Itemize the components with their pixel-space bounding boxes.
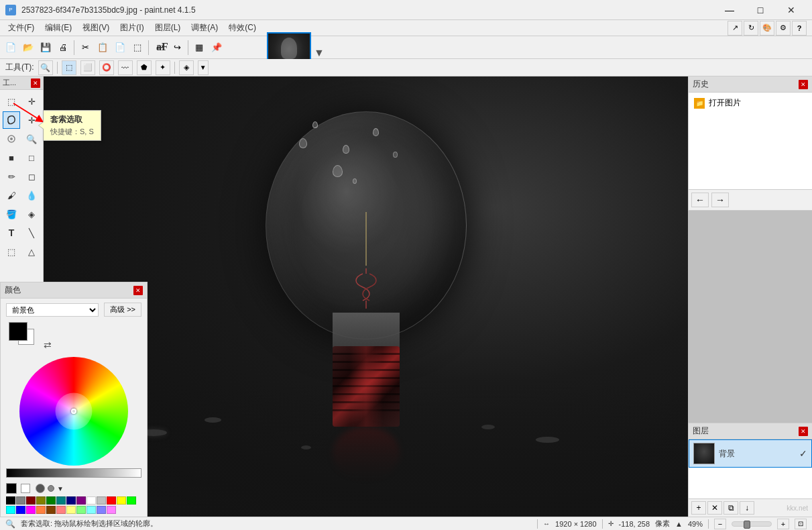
- palette-olive[interactable]: [36, 496, 46, 505]
- tool-rotate-icon[interactable]: ↻: [744, 21, 758, 36]
- color-panel-close[interactable]: ✕: [133, 286, 143, 295]
- tb-grid[interactable]: ▦: [191, 40, 207, 56]
- color-indicator-dot[interactable]: [48, 485, 54, 492]
- layer-merge-btn[interactable]: ↓: [740, 501, 754, 515]
- palette-brown[interactable]: [46, 506, 56, 514]
- layer-visibility-checkbox[interactable]: ✓: [799, 448, 807, 459]
- palette-cyan[interactable]: [6, 506, 15, 514]
- sel-mode-free[interactable]: 〰: [118, 60, 133, 75]
- palette-orange[interactable]: [36, 506, 46, 514]
- tb-paste[interactable]: 📄: [112, 40, 128, 56]
- history-item[interactable]: 📁 打开图片: [691, 95, 809, 111]
- sel-mode-rect[interactable]: ⬚: [62, 60, 76, 75]
- layers-close[interactable]: ✕: [799, 427, 808, 436]
- close-button[interactable]: ✕: [776, 0, 807, 20]
- advanced-button[interactable]: 高级 >>: [104, 303, 141, 317]
- tool-line[interactable]: ╲: [23, 224, 40, 242]
- tb-pin[interactable]: 📌: [209, 40, 225, 56]
- status-fit-btn[interactable]: ⊡: [795, 519, 807, 529]
- tool-color-icon[interactable]: 🎨: [760, 21, 774, 36]
- tool-help-icon[interactable]: ?: [792, 21, 807, 36]
- palette-darkred[interactable]: [26, 496, 36, 505]
- palette-blue[interactable]: [16, 506, 25, 514]
- tool-search-btn[interactable]: 🔍: [38, 60, 53, 75]
- palette-magenta[interactable]: [26, 506, 36, 514]
- palette-dgreen[interactable]: [46, 496, 56, 505]
- transparency-dot[interactable]: [36, 484, 45, 493]
- layer-item[interactable]: 背景 ✓: [689, 439, 812, 468]
- menu-file[interactable]: 文件(F): [3, 21, 40, 35]
- tb-cut[interactable]: ✂: [77, 40, 93, 56]
- palette-green[interactable]: [127, 496, 136, 505]
- tool-pencil[interactable]: ✏: [3, 168, 20, 185]
- tool-paintbrush[interactable]: 🖌: [3, 187, 20, 204]
- sel-mode-dropdown[interactable]: ▼: [198, 60, 209, 75]
- tool-lasso[interactable]: [3, 111, 20, 129]
- palette-lblue[interactable]: [97, 506, 106, 514]
- sel-mode-extra[interactable]: ◈: [179, 60, 194, 75]
- fg-bg-dropdown[interactable]: 前景色: [6, 303, 99, 317]
- bg-mini-swatch[interactable]: [21, 484, 30, 493]
- tool-shape-rect[interactable]: ⬚: [3, 243, 20, 260]
- palette-lyellow[interactable]: [66, 506, 76, 514]
- tb-new[interactable]: 📄: [3, 40, 19, 56]
- palette-white[interactable]: [86, 496, 96, 505]
- color-dropdown[interactable]: ▼: [57, 485, 64, 492]
- fg-mini-swatch[interactable]: [6, 483, 17, 494]
- menu-image[interactable]: 图片(I): [115, 21, 149, 35]
- palette-lpink[interactable]: [56, 506, 66, 514]
- menu-layers[interactable]: 图层(L): [150, 21, 186, 35]
- palette-dblue[interactable]: [66, 496, 76, 505]
- sel-mode-rounded[interactable]: ⬜: [80, 60, 95, 75]
- tool-move-anchor[interactable]: ✛: [23, 93, 40, 110]
- menu-view[interactable]: 视图(V): [77, 21, 115, 35]
- menu-adjust[interactable]: 调整(A): [186, 21, 223, 35]
- palette-dpurple[interactable]: [76, 496, 86, 505]
- status-zoom-slider[interactable]: [732, 521, 772, 527]
- tool-settings-icon[interactable]: ⚙: [776, 21, 791, 36]
- palette-lgray[interactable]: [97, 496, 106, 505]
- swap-icon[interactable]: ⇄: [44, 339, 52, 350]
- maximize-button[interactable]: □: [745, 0, 776, 20]
- palette-teal[interactable]: [56, 496, 66, 505]
- tb-save[interactable]: 💾: [38, 40, 54, 56]
- tool-cursor-icon[interactable]: ↗: [728, 21, 742, 36]
- tool-clone[interactable]: 💧: [23, 187, 40, 204]
- history-undo-btn[interactable]: ←: [691, 193, 709, 207]
- layer-add-btn[interactable]: +: [691, 501, 706, 515]
- status-zoom-out[interactable]: −: [714, 519, 726, 529]
- palette-lgreen[interactable]: [76, 506, 86, 514]
- tool-shape-custom[interactable]: △: [23, 243, 40, 260]
- tool-zoom[interactable]: 🔍: [23, 130, 40, 148]
- tool-color-picker2[interactable]: □: [23, 149, 40, 166]
- tool-text[interactable]: T: [3, 224, 20, 242]
- palette-red[interactable]: [107, 496, 116, 505]
- menu-edit[interactable]: 编辑(E): [40, 21, 77, 35]
- brightness-bar[interactable]: [6, 468, 141, 478]
- status-zoom-in[interactable]: +: [777, 519, 789, 529]
- layer-duplicate-btn[interactable]: ⧉: [723, 501, 738, 515]
- tool-fill[interactable]: 🪣: [3, 205, 20, 223]
- menu-effects[interactable]: 特效(C): [223, 21, 262, 35]
- palette-yellow[interactable]: [117, 496, 126, 505]
- tools-panel-close[interactable]: ✕: [31, 78, 40, 88]
- palette-black[interactable]: [6, 496, 15, 505]
- palette-lcyan[interactable]: [86, 506, 96, 514]
- palette-lpurple[interactable]: [107, 506, 116, 514]
- tb-copy2[interactable]: ⬚: [129, 40, 146, 56]
- tb-copy[interactable]: 📋: [95, 40, 111, 56]
- palette-dgray[interactable]: [16, 496, 25, 505]
- history-redo-btn[interactable]: →: [711, 193, 729, 207]
- layer-delete-btn[interactable]: ✕: [707, 501, 722, 515]
- tool-magic-wand[interactable]: [3, 130, 20, 148]
- sel-mode-poly[interactable]: ⬟: [137, 60, 152, 75]
- tb-open[interactable]: 📂: [20, 40, 36, 56]
- tool-color-picker1[interactable]: ■: [3, 149, 20, 166]
- history-close[interactable]: ✕: [799, 80, 808, 89]
- thumbnail-dropdown-arrow[interactable]: ▼: [314, 47, 325, 59]
- tb-redo[interactable]: ↪: [169, 40, 185, 56]
- sel-mode-ellipse[interactable]: ⭕: [99, 60, 114, 75]
- tb-print[interactable]: 🖨: [55, 40, 71, 56]
- color-wheel[interactable]: [19, 357, 128, 466]
- tool-gradient[interactable]: ◈: [23, 205, 40, 223]
